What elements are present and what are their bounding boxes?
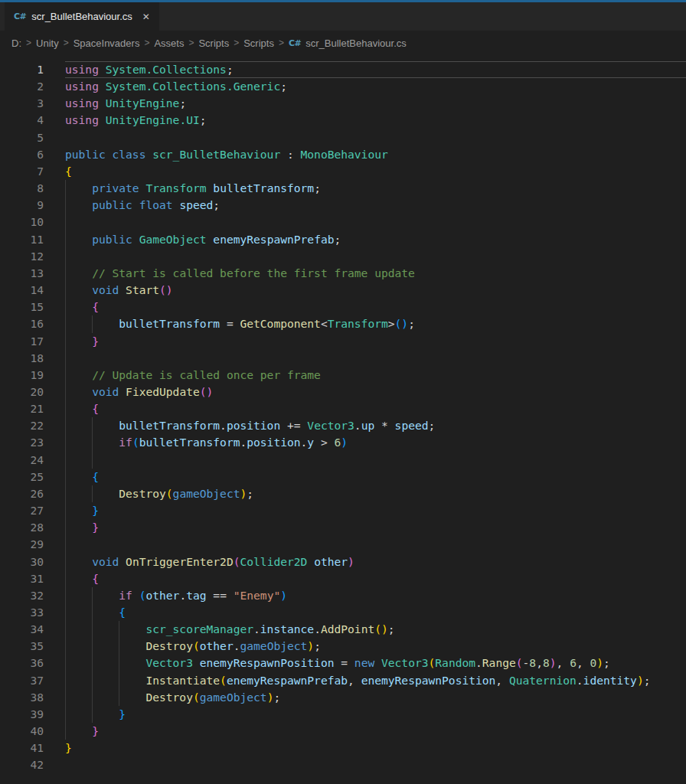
code-line[interactable]: 13 // Start is called before the first f…	[0, 265, 686, 282]
code-line[interactable]: 34 scr_scoreManager.instance.AddPoint();	[0, 621, 686, 638]
code-line[interactable]: 17 }	[0, 333, 686, 350]
breadcrumb-item[interactable]: Scripts	[243, 38, 274, 49]
code-line[interactable]: 42	[0, 756, 686, 773]
code-line[interactable]: 7{	[0, 163, 686, 180]
breadcrumb-item[interactable]: Unity	[36, 38, 59, 49]
line-number[interactable]: 22	[0, 417, 44, 434]
close-tab-icon[interactable]: ✕	[142, 11, 150, 22]
line-number[interactable]: 13	[0, 265, 44, 282]
breadcrumb: D:>Unity>SpaceInvaders>Assets>Scripts>Sc…	[0, 31, 686, 55]
breadcrumb-item[interactable]: D:	[11, 38, 21, 49]
code-line[interactable]: 8 private Transform bulletTransform;	[0, 180, 686, 197]
line-number[interactable]: 2	[0, 78, 44, 95]
code-line[interactable]: 25 {	[0, 469, 686, 485]
code-line[interactable]: 23 if(bulletTransform.position.y > 6)	[0, 434, 686, 451]
line-number[interactable]: 28	[0, 519, 44, 536]
line-number[interactable]: 3	[0, 95, 44, 112]
line-number[interactable]: 35	[0, 638, 44, 655]
line-number[interactable]: 5	[0, 129, 44, 146]
code-line[interactable]: 10	[0, 214, 686, 230]
code-line[interactable]: 37 Instantiate(enemyRespawnPrefab, enemy…	[0, 672, 686, 689]
code-line[interactable]: 4using UnityEngine.UI;	[0, 112, 686, 129]
code-line[interactable]: 20 void FixedUpdate()	[0, 384, 686, 400]
line-number[interactable]: 32	[0, 587, 44, 604]
code-line[interactable]: 21 {	[0, 400, 686, 417]
code-line[interactable]: 2using System.Collections.Generic;	[0, 78, 686, 95]
code-token: }	[92, 724, 99, 737]
line-number[interactable]: 12	[0, 248, 44, 265]
code-line[interactable]: 26 Destroy(gameObject);	[0, 485, 686, 502]
code-line[interactable]: 41}	[0, 740, 686, 756]
code-line[interactable]: 15 {	[0, 299, 686, 315]
code-line[interactable]: 9 public float speed;	[0, 197, 686, 214]
code-line[interactable]: 38 Destroy(gameObject);	[0, 689, 686, 706]
line-number[interactable]: 42	[0, 756, 44, 773]
line-number[interactable]: 17	[0, 333, 44, 350]
code-line[interactable]: 6public class scr_BulletBehaviour : Mono…	[0, 146, 686, 163]
line-number[interactable]: 25	[0, 469, 44, 485]
line-number[interactable]: 27	[0, 502, 44, 519]
code-line[interactable]: 33 {	[0, 604, 686, 621]
code-token	[119, 555, 126, 568]
breadcrumb-file-label[interactable]: scr_BulletBehaviour.cs	[305, 38, 407, 49]
line-number[interactable]: 30	[0, 554, 44, 570]
code-line[interactable]: 19 // Update is called once per frame	[0, 367, 686, 384]
line-number[interactable]: 23	[0, 434, 44, 451]
line-number[interactable]: 6	[0, 146, 44, 163]
code-line[interactable]: 14 void Start()	[0, 282, 686, 299]
line-number[interactable]: 26	[0, 485, 44, 502]
breadcrumb-item[interactable]: Assets	[154, 38, 184, 49]
code-line[interactable]: 29	[0, 536, 686, 553]
line-number[interactable]: 37	[0, 672, 44, 689]
code-line[interactable]: 31 {	[0, 570, 686, 587]
editor[interactable]: 1using System.Collections;2using System.…	[0, 55, 686, 784]
line-number[interactable]: 41	[0, 740, 44, 756]
line-number[interactable]: 38	[0, 689, 44, 706]
code-line[interactable]: 32 if (other.tag == "Enemy")	[0, 587, 686, 604]
code-line[interactable]: 22 bulletTransform.position += Vector3.u…	[0, 417, 686, 434]
line-number[interactable]: 33	[0, 604, 44, 621]
line-number[interactable]: 39	[0, 706, 44, 723]
line-number[interactable]: 14	[0, 282, 44, 299]
code-line[interactable]: 39 }	[0, 706, 686, 723]
code-line[interactable]: 1using System.Collections;	[0, 61, 686, 78]
line-number[interactable]: 10	[0, 214, 44, 230]
line-number[interactable]: 24	[0, 452, 44, 469]
code-line[interactable]: 18	[0, 350, 686, 367]
code-line[interactable]: 27 }	[0, 502, 686, 519]
tab-scr-bulletbehaviour[interactable]: C# scr_BulletBehaviour.cs ✕	[5, 2, 159, 31]
line-number[interactable]: 29	[0, 536, 44, 553]
line-number[interactable]: 18	[0, 350, 44, 367]
breadcrumb-item[interactable]: Scripts	[198, 38, 229, 49]
line-number[interactable]: 34	[0, 621, 44, 638]
line-number[interactable]: 19	[0, 367, 44, 384]
line-number[interactable]: 11	[0, 231, 44, 248]
line-number[interactable]: 21	[0, 400, 44, 417]
code-line[interactable]: 36 Vector3 enemyRespawnPosition = new Ve…	[0, 655, 686, 671]
code-line[interactable]: 11 public GameObject enemyRespawnPrefab;	[0, 231, 686, 248]
line-number[interactable]: 8	[0, 180, 44, 197]
code-line[interactable]: 12	[0, 248, 686, 265]
line-number[interactable]: 16	[0, 315, 44, 332]
code-line[interactable]: 28 }	[0, 519, 686, 536]
line-number[interactable]: 9	[0, 197, 44, 214]
code-token: position	[247, 436, 300, 449]
line-number[interactable]: 20	[0, 384, 44, 400]
line-number[interactable]: 31	[0, 570, 44, 587]
code-line[interactable]: 3using UnityEngine;	[0, 95, 686, 112]
line-number[interactable]: 36	[0, 655, 44, 671]
code-line[interactable]: 30 void OnTriggerEnter2D(Collider2D othe…	[0, 554, 686, 570]
code-line[interactable]: 5	[0, 129, 686, 146]
line-number[interactable]: 4	[0, 112, 44, 129]
code-token: other	[200, 639, 234, 652]
code-line[interactable]: 24	[0, 452, 686, 469]
code-line[interactable]: 16 bulletTransform = GetComponent<Transf…	[0, 315, 686, 332]
line-number[interactable]: 15	[0, 299, 44, 315]
breadcrumb-item[interactable]: SpaceInvaders	[74, 38, 140, 49]
line-number[interactable]: 40	[0, 723, 44, 740]
code-line[interactable]: 35 Destroy(other.gameObject);	[0, 638, 686, 655]
line-number[interactable]: 1	[0, 61, 44, 78]
line-number[interactable]: 7	[0, 163, 44, 180]
code-line[interactable]: 40 }	[0, 723, 686, 740]
editor-lines: 1using System.Collections;2using System.…	[0, 61, 686, 774]
